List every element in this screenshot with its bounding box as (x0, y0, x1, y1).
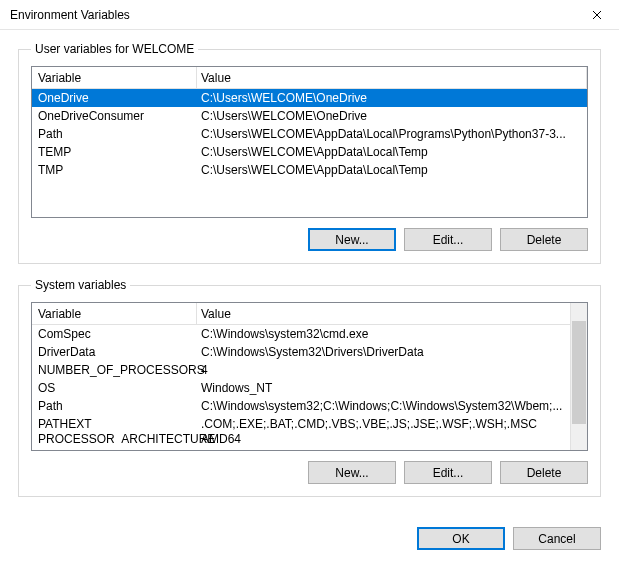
header-variable[interactable]: Variable (32, 303, 197, 324)
list-item[interactable]: PROCESSOR_ARCHITECTURE AMD64 (32, 433, 570, 445)
system-buttons-row: New... Edit... Delete (31, 461, 588, 484)
system-edit-button[interactable]: Edit... (404, 461, 492, 484)
cell-variable: NUMBER_OF_PROCESSORS (32, 363, 197, 377)
system-new-button[interactable]: New... (308, 461, 396, 484)
system-delete-button[interactable]: Delete (500, 461, 588, 484)
list-item[interactable]: OS Windows_NT (32, 379, 570, 397)
user-new-button[interactable]: New... (308, 228, 396, 251)
system-list-header: Variable Value (32, 303, 587, 325)
system-variables-group: System variables Variable Value ComSpec … (18, 278, 601, 497)
user-edit-button[interactable]: Edit... (404, 228, 492, 251)
cell-value: C:\Users\WELCOME\AppData\Local\Programs\… (197, 127, 587, 141)
close-icon (592, 10, 602, 20)
cell-variable: DriverData (32, 345, 197, 359)
ok-button[interactable]: OK (417, 527, 505, 550)
system-variables-list[interactable]: Variable Value ComSpec C:\Windows\system… (31, 302, 588, 451)
cell-variable: Path (32, 127, 197, 141)
user-variables-legend: User variables for WELCOME (31, 42, 198, 56)
cell-variable: OS (32, 381, 197, 395)
cancel-button[interactable]: Cancel (513, 527, 601, 550)
list-item[interactable]: DriverData C:\Windows\System32\Drivers\D… (32, 343, 570, 361)
cell-value: C:\Users\WELCOME\AppData\Local\Temp (197, 163, 587, 177)
scrollbar[interactable] (570, 303, 587, 450)
cell-value: Windows_NT (197, 381, 570, 395)
close-button[interactable] (574, 0, 619, 30)
cell-value: AMD64 (197, 433, 570, 445)
user-variables-list[interactable]: Variable Value OneDrive C:\Users\WELCOME… (31, 66, 588, 218)
user-buttons-row: New... Edit... Delete (31, 228, 588, 251)
header-variable[interactable]: Variable (32, 67, 197, 88)
cell-variable: PROCESSOR_ARCHITECTURE (32, 433, 197, 445)
list-item[interactable]: TMP C:\Users\WELCOME\AppData\Local\Temp (32, 161, 587, 179)
cell-variable: Path (32, 399, 197, 413)
cell-variable: PATHEXT (32, 417, 197, 431)
cell-variable: OneDrive (32, 91, 197, 105)
system-list-body: ComSpec C:\Windows\system32\cmd.exe Driv… (32, 325, 587, 450)
list-item[interactable]: Path C:\Users\WELCOME\AppData\Local\Prog… (32, 125, 587, 143)
cell-variable: TMP (32, 163, 197, 177)
list-item[interactable]: TEMP C:\Users\WELCOME\AppData\Local\Temp (32, 143, 587, 161)
cell-variable: TEMP (32, 145, 197, 159)
dialog-footer: OK Cancel (0, 523, 619, 564)
user-delete-button[interactable]: Delete (500, 228, 588, 251)
cell-value: C:\Windows\System32\Drivers\DriverData (197, 345, 570, 359)
cell-value: 4 (197, 363, 570, 377)
list-item[interactable]: NUMBER_OF_PROCESSORS 4 (32, 361, 570, 379)
header-value[interactable]: Value (197, 67, 587, 88)
title-bar: Environment Variables (0, 0, 619, 30)
cell-value: C:\Windows\system32\cmd.exe (197, 327, 570, 341)
cell-value: C:\Users\WELCOME\OneDrive (197, 91, 587, 105)
cell-value: C:\Windows\system32;C:\Windows;C:\Window… (197, 399, 570, 413)
cell-value: C:\Users\WELCOME\OneDrive (197, 109, 587, 123)
header-value[interactable]: Value (197, 303, 587, 324)
window-title: Environment Variables (10, 8, 130, 22)
list-item[interactable]: PATHEXT .COM;.EXE;.BAT;.CMD;.VBS;.VBE;.J… (32, 415, 570, 433)
user-list-header: Variable Value (32, 67, 587, 89)
list-item[interactable]: Path C:\Windows\system32;C:\Windows;C:\W… (32, 397, 570, 415)
cell-variable: OneDriveConsumer (32, 109, 197, 123)
cell-value: .COM;.EXE;.BAT;.CMD;.VBS;.VBE;.JS;.JSE;.… (197, 417, 570, 431)
cell-variable: ComSpec (32, 327, 197, 341)
system-variables-legend: System variables (31, 278, 130, 292)
list-item[interactable]: OneDrive C:\Users\WELCOME\OneDrive (32, 89, 587, 107)
user-variables-group: User variables for WELCOME Variable Valu… (18, 42, 601, 264)
user-list-body: OneDrive C:\Users\WELCOME\OneDrive OneDr… (32, 89, 587, 217)
cell-value: C:\Users\WELCOME\AppData\Local\Temp (197, 145, 587, 159)
dialog-content: User variables for WELCOME Variable Valu… (0, 30, 619, 523)
list-item[interactable]: ComSpec C:\Windows\system32\cmd.exe (32, 325, 570, 343)
scrollbar-thumb[interactable] (572, 321, 586, 424)
list-item[interactable]: OneDriveConsumer C:\Users\WELCOME\OneDri… (32, 107, 587, 125)
